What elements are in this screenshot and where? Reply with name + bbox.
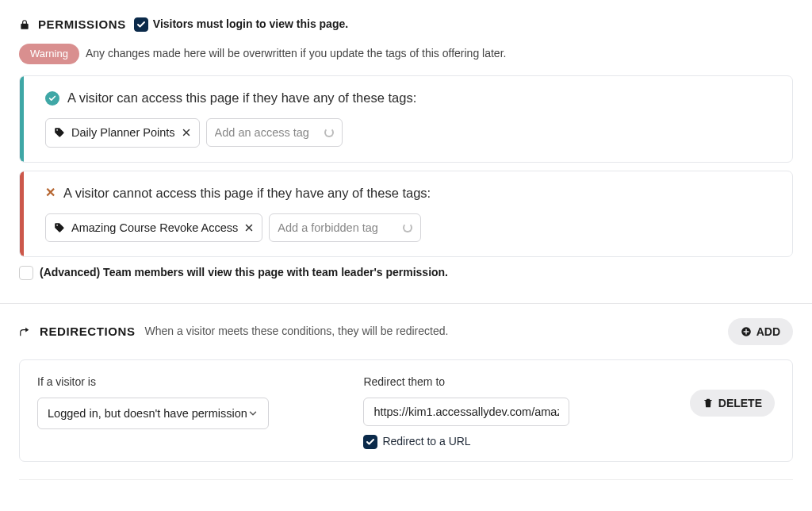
redirect-url-checkbox-row: Redirect to a URL [363, 434, 657, 450]
delete-col: DELETE [690, 375, 775, 432]
tag-icon [54, 127, 65, 138]
condition-select[interactable]: Logged in, but doesn't have permission [37, 398, 269, 429]
forbidden-tags-card: ✕ A visitor cannot access this page if t… [19, 171, 793, 257]
redirect-url-input[interactable] [363, 398, 569, 426]
redirections-title: REDIRECTIONS [40, 323, 136, 340]
redirections-subtitle: When a visitor meets these conditions, t… [145, 324, 449, 340]
access-tag-label: Daily Planner Points [71, 125, 175, 140]
section-divider [0, 303, 812, 304]
tag-icon [54, 222, 65, 233]
permissions-header: PERMISSIONS Visitors must login to view … [19, 16, 793, 33]
forbidden-tag-chip: Amazing Course Revoke Access [45, 213, 262, 242]
condition-col: If a visitor is Logged in, but doesn't h… [37, 375, 331, 430]
login-required-checkbox-wrap: Visitors must login to view this page. [134, 17, 348, 33]
redirections-header: REDIRECTIONS When a visitor meets these … [19, 318, 793, 345]
forbidden-tag-row: Amazing Course Revoke Access [45, 213, 778, 242]
redirection-rule-card: If a visitor is Logged in, but doesn't h… [19, 359, 793, 462]
advanced-row: (Advanced) Team members will view this p… [19, 265, 793, 281]
access-tags-card: A visitor can access this page if they h… [19, 75, 793, 162]
remove-tag-icon[interactable] [244, 223, 254, 232]
condition-label: If a visitor is [37, 375, 331, 390]
access-heading-row: A visitor can access this page if they h… [45, 89, 778, 107]
redirect-url-checkbox[interactable] [363, 435, 377, 449]
redirect-col: Redirect them to Redirect to a URL [363, 375, 657, 450]
login-required-label: Visitors must login to view this page. [153, 17, 348, 33]
access-tag-row: Daily Planner Points [45, 118, 778, 147]
redirect-url-checkbox-label: Redirect to a URL [382, 434, 470, 450]
forbidden-tag-add[interactable] [269, 213, 421, 242]
x-icon: ✕ [45, 184, 56, 202]
lock-icon [19, 19, 30, 30]
spinner-icon [403, 223, 412, 232]
delete-redirection-button[interactable]: DELETE [690, 390, 775, 417]
advanced-checkbox[interactable] [19, 266, 33, 280]
delete-button-label: DELETE [718, 397, 762, 409]
warning-row: Warning Any changes made here will be ov… [19, 44, 793, 64]
check-circle-icon [45, 91, 59, 106]
plus-circle-icon [741, 326, 752, 337]
trash-icon [703, 398, 714, 409]
warning-text: Any changes made here will be overwritte… [86, 46, 507, 62]
warning-badge: Warning [19, 44, 79, 64]
access-heading: A visitor can access this page if they h… [67, 89, 416, 107]
access-tag-input[interactable] [215, 126, 318, 139]
condition-value: Logged in, but doesn't have permission [48, 405, 247, 421]
add-redirection-button[interactable]: ADD [728, 318, 793, 345]
remove-tag-icon[interactable] [182, 128, 191, 137]
redirect-label: Redirect them to [363, 375, 657, 390]
end-divider [19, 479, 793, 480]
spinner-icon [324, 128, 334, 137]
access-tag-chip: Daily Planner Points [45, 118, 200, 147]
forbidden-heading: A visitor cannot access this page if the… [63, 184, 431, 202]
forbidden-tag-input[interactable] [278, 221, 396, 234]
chevron-down-icon [247, 408, 259, 419]
advanced-label: (Advanced) Team members will view this p… [40, 265, 448, 281]
login-required-checkbox[interactable] [134, 17, 148, 32]
permissions-title: PERMISSIONS [38, 16, 126, 33]
access-tag-add[interactable] [206, 118, 343, 147]
redirect-icon [19, 326, 30, 337]
add-button-label: ADD [756, 325, 780, 338]
forbidden-tag-label: Amazing Course Revoke Access [71, 220, 238, 236]
forbidden-heading-row: ✕ A visitor cannot access this page if t… [45, 184, 778, 202]
